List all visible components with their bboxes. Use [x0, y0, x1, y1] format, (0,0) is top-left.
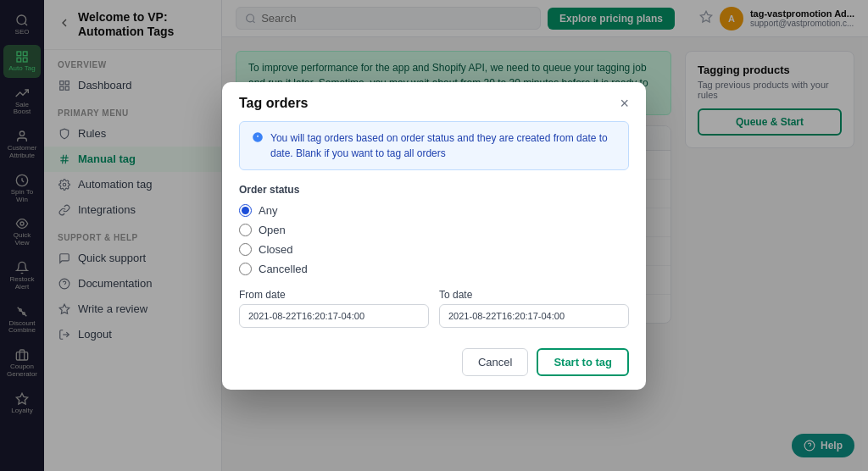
to-date-input[interactable]: [439, 304, 629, 328]
radio-input-cancelled[interactable]: [239, 263, 252, 275]
modal-body: You will tag orders based on order statu…: [222, 121, 646, 390]
from-date-field: From date: [239, 289, 429, 328]
start-to-tag-button[interactable]: Start to tag: [537, 348, 629, 376]
radio-any[interactable]: Any: [239, 204, 629, 217]
modal-title: Tag orders: [239, 96, 309, 111]
cancel-button[interactable]: Cancel: [462, 348, 528, 376]
radio-closed[interactable]: Closed: [239, 243, 629, 256]
radio-cancelled[interactable]: Cancelled: [239, 263, 629, 275]
to-date-field: To date: [439, 289, 629, 328]
radio-input-open[interactable]: [239, 224, 252, 236]
from-date-input[interactable]: [239, 304, 429, 328]
radio-open[interactable]: Open: [239, 224, 629, 236]
order-status-label: Order status: [239, 184, 629, 196]
to-date-label: To date: [439, 289, 629, 301]
modal-close-button[interactable]: ×: [620, 96, 629, 111]
modal-info-text: You will tag orders based on order statu…: [270, 130, 616, 161]
modal-overlay: Tag orders × You will tag orders based o…: [0, 0, 868, 471]
modal-header: Tag orders ×: [222, 82, 646, 121]
radio-input-closed[interactable]: [239, 243, 252, 256]
date-row: From date To date: [239, 289, 629, 328]
radio-input-any[interactable]: [239, 204, 252, 217]
tag-orders-modal: Tag orders × You will tag orders based o…: [222, 82, 646, 390]
modal-info-banner: You will tag orders based on order statu…: [239, 121, 629, 170]
modal-footer: Cancel Start to tag: [239, 345, 629, 376]
from-date-label: From date: [239, 289, 429, 301]
radio-group: Any Open Closed Cancelled: [239, 204, 629, 275]
info-icon: [252, 131, 264, 161]
